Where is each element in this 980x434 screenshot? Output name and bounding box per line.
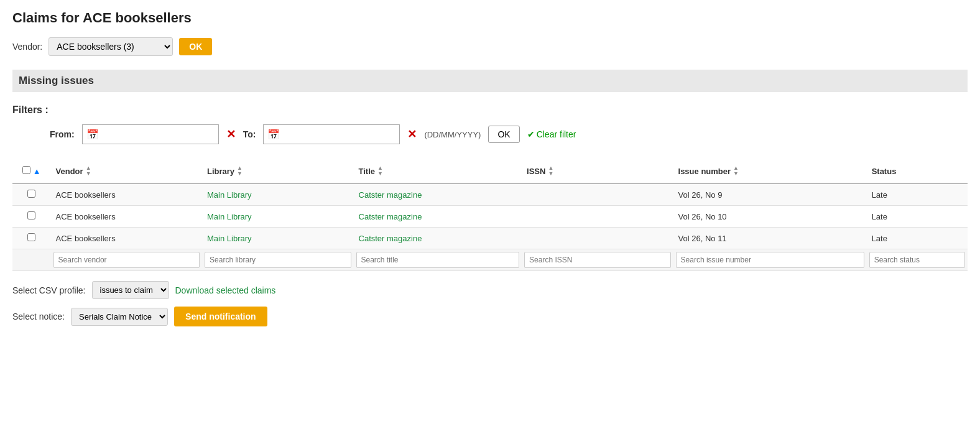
select-all-checkbox[interactable] — [22, 166, 30, 174]
search-title-cell — [354, 249, 522, 271]
table-row: ACE booksellers Main Library Catster mag… — [12, 183, 968, 206]
date-format-hint: (DD/MM/YYYY) — [424, 130, 481, 139]
download-selected-claims-link[interactable]: Download selected claims — [175, 285, 276, 295]
to-date-input-wrapper: 📅 — [263, 124, 400, 144]
from-date-input[interactable] — [101, 130, 213, 139]
row-issn — [522, 228, 673, 249]
search-issue-cell — [673, 249, 867, 271]
col-header-title: Title ▲▼ — [354, 159, 522, 183]
search-status-cell — [867, 249, 968, 271]
to-clear-icon[interactable]: ✕ — [407, 127, 417, 141]
row-vendor: ACE booksellers — [51, 228, 202, 249]
row-issue-number: Vol 26, No 10 — [673, 206, 867, 228]
search-status-input[interactable] — [869, 252, 965, 268]
search-row — [12, 249, 968, 271]
filters-title: Filters : — [12, 104, 968, 116]
sort-library-icon[interactable]: ▲▼ — [237, 165, 243, 177]
filters-section: Filters : From: 📅 ✕ To: 📅 ✕ (DD/MM/YYYY)… — [12, 98, 968, 154]
library-link[interactable]: Main Library — [207, 190, 252, 200]
row-checkbox[interactable] — [27, 190, 35, 198]
row-issue-number: Vol 26, No 11 — [673, 228, 867, 249]
calendar-icon-from: 📅 — [86, 129, 99, 141]
row-checkbox-cell — [12, 206, 51, 228]
search-vendor-cell — [51, 249, 202, 271]
calendar-icon-to: 📅 — [267, 129, 280, 141]
row-library: Main Library — [202, 183, 353, 206]
sort-up-icon[interactable]: ▲ — [33, 167, 41, 176]
library-link[interactable]: Main Library — [207, 212, 252, 221]
page-title: Claims for ACE booksellers — [12, 10, 968, 26]
row-status: Late — [867, 206, 968, 228]
bottom-controls: Select CSV profile: issues to claim Down… — [12, 281, 968, 326]
search-check-cell — [12, 249, 51, 271]
from-clear-icon[interactable]: ✕ — [226, 127, 236, 141]
title-link[interactable]: Catster magazine — [359, 234, 422, 243]
notice-select[interactable]: Serials Claim Notice — [71, 308, 168, 326]
col-header-vendor: Vendor ▲▼ — [51, 159, 202, 183]
table-header-row: ▲ Vendor ▲▼ Library ▲▼ — [12, 159, 968, 183]
search-title-input[interactable] — [356, 252, 520, 268]
row-issn — [522, 206, 673, 228]
checkmark-icon: ✔ — [527, 129, 535, 139]
row-title: Catster magazine — [354, 228, 522, 249]
sort-issn-icon[interactable]: ▲▼ — [548, 165, 553, 177]
to-label: To: — [243, 129, 256, 139]
row-checkbox-cell — [12, 183, 51, 206]
library-link[interactable]: Main Library — [207, 234, 252, 243]
col-header-library: Library ▲▼ — [202, 159, 353, 183]
search-issn-cell — [522, 249, 673, 271]
row-library: Main Library — [202, 228, 353, 249]
csv-label: Select CSV profile: — [12, 285, 86, 295]
search-library-cell — [202, 249, 353, 271]
sort-title-icon[interactable]: ▲▼ — [377, 165, 383, 177]
claims-table: ▲ Vendor ▲▼ Library ▲▼ — [12, 159, 968, 271]
row-vendor: ACE booksellers — [51, 206, 202, 228]
from-date-input-wrapper: 📅 — [82, 124, 219, 144]
search-issn-input[interactable] — [524, 252, 670, 268]
row-title: Catster magazine — [354, 206, 522, 228]
table-row: ACE booksellers Main Library Catster mag… — [12, 228, 968, 249]
clear-filter-link[interactable]: ✔Clear filter — [527, 129, 576, 139]
vendor-ok-button[interactable]: OK — [179, 38, 212, 55]
row-status: Late — [867, 183, 968, 206]
search-library-input[interactable] — [205, 252, 351, 268]
row-issn — [522, 183, 673, 206]
notice-label: Select notice: — [12, 312, 65, 321]
search-vendor-input[interactable] — [53, 252, 200, 268]
vendor-row: Vendor: ACE booksellers (3) OK — [12, 37, 968, 56]
row-checkbox[interactable] — [27, 233, 35, 241]
row-issue-number: Vol 26, No 9 — [673, 183, 867, 206]
row-checkbox-cell — [12, 228, 51, 249]
search-issue-number-input[interactable] — [676, 252, 864, 268]
csv-row: Select CSV profile: issues to claim Down… — [12, 281, 968, 299]
csv-select[interactable]: issues to claim — [92, 281, 169, 299]
col-header-status: Status — [867, 159, 968, 183]
notice-row: Select notice: Serials Claim Notice Send… — [12, 307, 968, 326]
to-date-input[interactable] — [282, 130, 394, 139]
vendor-label: Vendor: — [12, 42, 42, 52]
vendor-select[interactable]: ACE booksellers (3) — [49, 37, 173, 56]
title-link[interactable]: Catster magazine — [359, 212, 422, 221]
row-vendor: ACE booksellers — [51, 183, 202, 206]
sort-vendor-icon[interactable]: ▲▼ — [86, 165, 91, 177]
row-checkbox[interactable] — [27, 211, 35, 219]
table-section: ▲ Vendor ▲▼ Library ▲▼ — [12, 159, 968, 271]
table-row: ACE booksellers Main Library Catster mag… — [12, 206, 968, 228]
row-status: Late — [867, 228, 968, 249]
row-title: Catster magazine — [354, 183, 522, 206]
missing-issues-header: Missing issues — [12, 70, 968, 92]
row-library: Main Library — [202, 206, 353, 228]
send-notification-button[interactable]: Send notification — [174, 307, 267, 326]
col-header-check: ▲ — [12, 159, 51, 183]
title-link[interactable]: Catster magazine — [359, 190, 422, 200]
filter-ok-button[interactable]: OK — [488, 126, 519, 143]
sort-issue-icon[interactable]: ▲▼ — [733, 165, 739, 177]
col-header-issue-number: Issue number ▲▼ — [673, 159, 867, 183]
from-label: From: — [50, 129, 75, 139]
col-header-issn: ISSN ▲▼ — [522, 159, 673, 183]
filters-row: From: 📅 ✕ To: 📅 ✕ (DD/MM/YYYY) OK ✔Clear… — [50, 124, 968, 144]
